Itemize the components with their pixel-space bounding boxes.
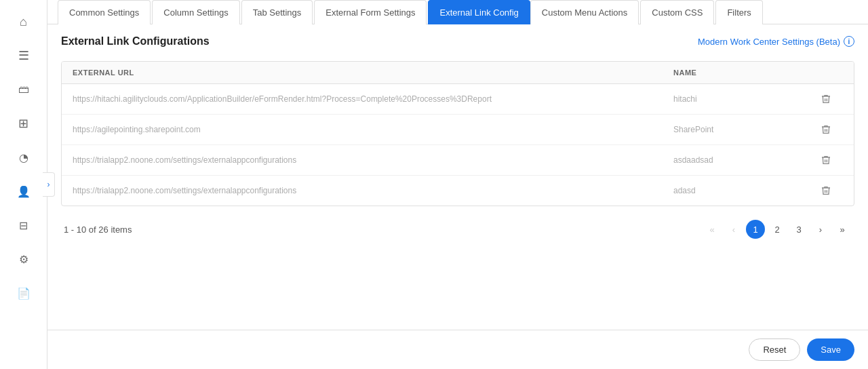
tab-common-settings[interactable]: Common Settings <box>58 0 151 24</box>
cell-url-3: https://trialapp2.noone.com/settings/ext… <box>73 155 673 165</box>
cell-name-4: adasd <box>673 186 809 195</box>
tab-bar: Common Settings Column Settings Tab Sett… <box>47 0 868 24</box>
cell-url-4: https://trialapp2.noone.com/settings/ext… <box>73 186 673 195</box>
menu-icon: ☰ <box>18 48 29 63</box>
col-header-url: EXTERNAL URL <box>73 69 673 77</box>
sidebar-settings[interactable]: ⚙ <box>9 244 39 274</box>
tab-column-settings[interactable]: Column Settings <box>152 0 239 24</box>
table-row: https://trialapp2.noone.com/settings/ext… <box>62 145 854 176</box>
sidebar-grid[interactable]: ⊞ <box>9 109 39 138</box>
table-row: https://agilepointing.sharepoint.com Sha… <box>62 115 854 145</box>
sidebar-list[interactable]: ⊟ <box>9 210 39 240</box>
delete-row-1-button[interactable] <box>809 91 843 107</box>
pagination-prev-button[interactable]: ‹ <box>724 220 743 239</box>
table-header: EXTERNAL URL NAME <box>62 62 854 84</box>
home-icon: ⌂ <box>20 15 27 29</box>
delete-row-2-button[interactable] <box>809 121 843 138</box>
table-row: https://trialapp2.noone.com/settings/ext… <box>62 176 854 206</box>
save-button[interactable]: Save <box>807 338 854 361</box>
tab-filters[interactable]: Filters <box>715 0 762 24</box>
sidebar-folder[interactable]: 🗃 <box>9 75 39 104</box>
pagination: 1 - 10 of 26 items « ‹ 1 2 3 › » <box>61 220 854 239</box>
tab-external-form-settings[interactable]: External Form Settings <box>314 0 427 24</box>
pagination-info: 1 - 10 of 26 items <box>64 225 132 235</box>
pagination-page-1-button[interactable]: 1 <box>746 220 765 239</box>
tab-external-link-config[interactable]: External Link Config <box>428 0 530 24</box>
pagination-first-button[interactable]: « <box>703 220 722 239</box>
delete-row-4-button[interactable] <box>809 182 843 199</box>
tab-custom-menu-actions[interactable]: Custom Menu Actions <box>530 0 639 24</box>
table-row: https://hitachi.agilityclouds.com/Applic… <box>62 84 854 115</box>
beta-link[interactable]: Modern Work Center Settings (Beta) i <box>698 36 854 47</box>
content-header: External Link Configurations Modern Work… <box>61 35 854 47</box>
doc-icon: 📄 <box>17 287 31 300</box>
beta-link-text: Modern Work Center Settings (Beta) <box>698 37 840 47</box>
pagination-page-2-button[interactable]: 2 <box>768 220 787 239</box>
pagination-next-button[interactable]: › <box>811 220 830 239</box>
cell-name-1: hitachi <box>673 94 809 104</box>
delete-row-3-button[interactable] <box>809 152 843 168</box>
cell-name-3: asdaadsad <box>673 155 809 165</box>
pagination-page-3-button[interactable]: 3 <box>789 220 808 239</box>
cell-url-2: https://agilepointing.sharepoint.com <box>73 125 673 134</box>
col-header-name: NAME <box>673 69 809 77</box>
pagination-last-button[interactable]: » <box>833 220 852 239</box>
col-header-actions <box>809 69 843 77</box>
tab-custom-css[interactable]: Custom CSS <box>640 0 714 24</box>
grid-icon: ⊞ <box>18 116 28 131</box>
info-icon[interactable]: i <box>844 36 854 47</box>
sidebar: ⌂ ☰ 🗃 ⊞ ◔ 👤 ⊟ ⚙ 📄 <box>0 0 47 369</box>
main-content: Common Settings Column Settings Tab Sett… <box>47 0 868 369</box>
chart-icon: ◔ <box>19 151 28 164</box>
sidebar-user[interactable]: 👤 <box>9 176 39 206</box>
cell-name-2: SharePoint <box>673 125 809 134</box>
user-icon: 👤 <box>17 185 31 198</box>
content-area: External Link Configurations Modern Work… <box>47 24 868 330</box>
list-icon: ⊟ <box>19 219 28 232</box>
sidebar-doc[interactable]: 📄 <box>9 278 39 308</box>
reset-button[interactable]: Reset <box>749 338 800 361</box>
settings-icon: ⚙ <box>19 253 28 266</box>
footer: Reset Save <box>47 330 868 369</box>
sidebar-chart[interactable]: ◔ <box>9 142 39 172</box>
tab-tab-settings[interactable]: Tab Settings <box>241 0 313 24</box>
pagination-controls: « ‹ 1 2 3 › » <box>703 220 852 239</box>
sidebar-menu[interactable]: ☰ <box>9 41 39 71</box>
cell-url-1: https://hitachi.agilityclouds.com/Applic… <box>73 94 673 104</box>
page-title: External Link Configurations <box>61 35 210 47</box>
sidebar-home[interactable]: ⌂ <box>9 7 39 37</box>
external-links-table: EXTERNAL URL NAME https://hitachi.agilit… <box>61 61 854 206</box>
sidebar-toggle[interactable]: › <box>43 172 55 197</box>
folder-icon: 🗃 <box>18 83 29 96</box>
